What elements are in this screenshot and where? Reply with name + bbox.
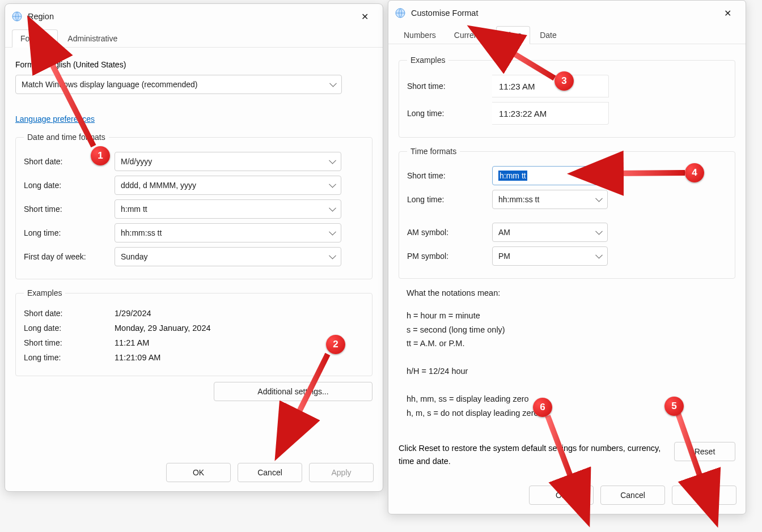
ex-short-time: 11:21 AM <box>115 338 149 347</box>
group-legend-examples: Examples <box>24 288 65 297</box>
customise-bottombar: OK Cancel Apply <box>388 479 746 514</box>
note-line <box>407 379 734 391</box>
c-examples-legend: Examples <box>407 56 448 65</box>
region-title: Region <box>28 12 54 21</box>
format-combo[interactable]: Match Windows display language (recommen… <box>15 75 342 94</box>
customise-apply-button[interactable]: Apply <box>672 486 736 505</box>
c-ex-long-value: 11:23:22 AM <box>492 102 609 125</box>
language-preferences-link[interactable]: Language preferences <box>15 114 95 124</box>
region-bottombar: OK Cancel Apply <box>5 456 383 491</box>
note-line: h, m, s = do not display leading zero <box>407 407 734 419</box>
customise-tabstrip: Numbers Currency Time Date <box>388 25 746 44</box>
ex-short-date: 1/29/2024 <box>115 309 151 318</box>
close-icon[interactable]: ✕ <box>716 5 739 22</box>
region-pane: Format: English (United States) Match Wi… <box>5 48 383 410</box>
c-ex-short-value: 11:23 AM <box>492 75 609 97</box>
tab-currency[interactable]: Currency <box>446 26 495 44</box>
label-short-time: Short time: <box>24 205 115 214</box>
c-examples-group: Examples Short time: 11:23 AM Long time:… <box>399 56 735 138</box>
c-label-long-time: Long time: <box>407 195 492 204</box>
label-long-time: Long time: <box>24 228 115 237</box>
tab-time[interactable]: Time <box>496 26 531 44</box>
customise-ok-button[interactable]: OK <box>529 486 594 505</box>
tab-date[interactable]: Date <box>531 26 565 44</box>
examples-group: Examples Short date:1/29/2024 Long date:… <box>15 288 372 376</box>
customise-titlebar: Customise Format ✕ <box>388 1 746 25</box>
short-time-format-combo[interactable]: h:mm tt <box>492 166 608 185</box>
ex-label-short-time: Short time: <box>24 338 115 347</box>
c-ex-label-short: Short time: <box>407 82 492 91</box>
region-titlebar: Region ✕ <box>5 4 383 29</box>
callout-4: 4 <box>685 163 704 182</box>
region-ok-button[interactable]: OK <box>166 463 231 482</box>
region-cancel-button[interactable]: Cancel <box>238 463 302 482</box>
format-label: Format: English (United States) <box>15 60 372 69</box>
short-date-combo[interactable]: M/d/yyyy <box>115 152 341 171</box>
tab-numbers[interactable]: Numbers <box>395 26 444 44</box>
callout-5: 5 <box>664 397 684 416</box>
ex-long-time: 11:21:09 AM <box>115 353 160 362</box>
notes-title: What the notations mean: <box>407 287 734 299</box>
reset-button[interactable]: Reset <box>674 442 735 461</box>
label-long-date: Long date: <box>24 181 115 190</box>
am-symbol-combo[interactable]: AM <box>492 223 608 242</box>
globe-icon <box>12 11 22 22</box>
notations-block: What the notations mean: h = hour m = mi… <box>407 287 734 419</box>
c-label-short-time: Short time: <box>407 171 492 180</box>
tab-formats[interactable]: Formats <box>12 29 58 48</box>
ex-label-short-date: Short date: <box>24 309 115 318</box>
note-line: h/H = 12/24 hour <box>407 365 734 377</box>
c-ex-label-long: Long time: <box>407 109 492 118</box>
note-line: hh, mm, ss = display leading zero <box>407 393 734 405</box>
note-line <box>407 351 734 364</box>
callout-2: 2 <box>326 335 345 354</box>
short-time-combo[interactable]: h:mm tt <box>115 199 341 219</box>
region-tabstrip: Formats Administrative <box>5 29 383 48</box>
time-formats-group: Time formats Short time: h:mm tt Long ti… <box>399 147 735 279</box>
tab-administrative[interactable]: Administrative <box>59 29 126 48</box>
customise-cancel-button[interactable]: Cancel <box>600 486 665 505</box>
ex-label-long-time: Long time: <box>24 353 115 362</box>
label-first-day: First day of week: <box>24 252 115 261</box>
note-line: tt = A.M. or P.M. <box>407 337 734 350</box>
customise-title: Customise Format <box>411 8 478 18</box>
c-label-am: AM symbol: <box>407 228 492 237</box>
ex-long-date: Monday, 29 January, 2024 <box>115 324 211 333</box>
pm-symbol-combo[interactable]: PM <box>492 246 608 266</box>
customise-pane: Examples Short time: 11:23 AM Long time:… <box>388 44 746 476</box>
long-time-format-combo[interactable]: hh:mm:ss tt <box>492 190 608 209</box>
close-icon[interactable]: ✕ <box>353 8 376 25</box>
long-date-combo[interactable]: dddd, d MMMM, yyyy <box>115 176 341 195</box>
c-label-pm: PM symbol: <box>407 252 492 261</box>
date-time-formats-group: Date and time formats Short date: M/d/yy… <box>15 133 372 279</box>
callout-3: 3 <box>554 71 574 91</box>
note-line: s = second (long time only) <box>407 324 734 336</box>
callout-1: 1 <box>91 146 110 165</box>
additional-settings-button[interactable]: Additional settings... <box>214 382 372 401</box>
globe-icon <box>395 8 405 18</box>
long-time-combo[interactable]: hh:mm:ss tt <box>115 223 341 242</box>
reset-description: Click Reset to restore the system defaul… <box>399 442 664 467</box>
region-window: Region ✕ Formats Administrative Format: … <box>5 3 383 492</box>
callout-6: 6 <box>533 398 552 417</box>
note-line: h = hour m = minute <box>407 309 734 322</box>
time-formats-legend: Time formats <box>407 147 460 156</box>
region-apply-button[interactable]: Apply <box>309 463 374 482</box>
first-day-combo[interactable]: Sunday <box>115 247 341 266</box>
group-legend-datetime: Date and time formats <box>24 133 109 142</box>
ex-label-long-date: Long date: <box>24 324 115 333</box>
